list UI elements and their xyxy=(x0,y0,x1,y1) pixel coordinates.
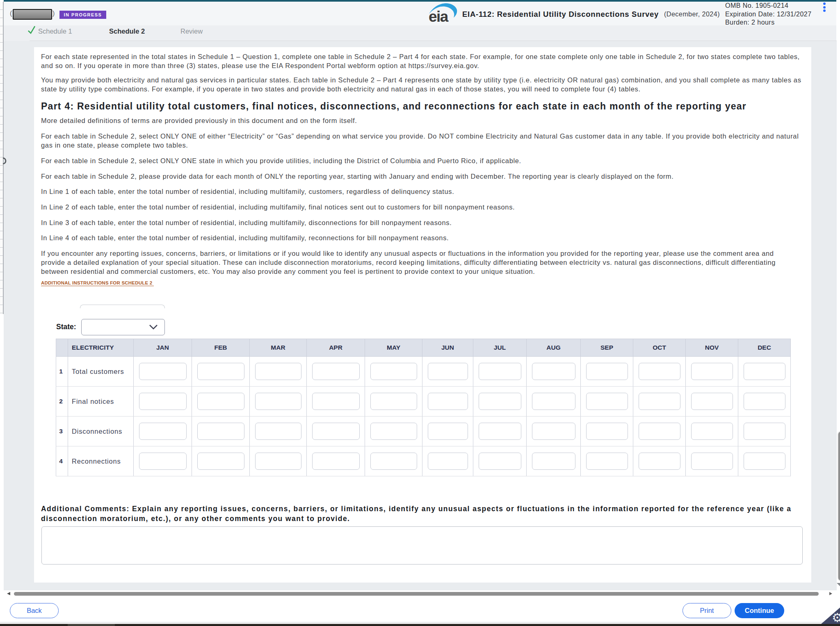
svg-text:eia: eia xyxy=(429,8,449,23)
